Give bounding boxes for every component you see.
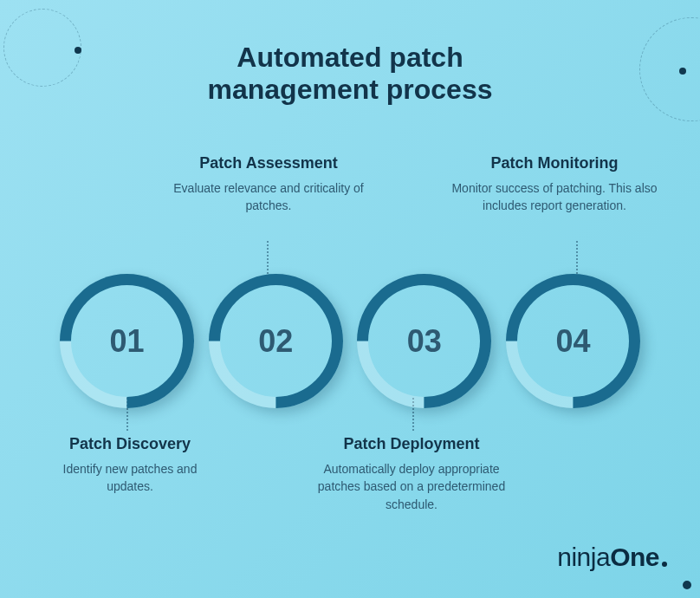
- step-desc: Identify new patches and updates.: [43, 460, 217, 496]
- title-line-1: Automated patch: [237, 42, 463, 73]
- connector: [576, 241, 578, 274]
- brand-logo: ninjaOne: [557, 543, 667, 572]
- logo-part-2: One: [610, 543, 659, 572]
- step-title: Patch Discovery: [43, 435, 217, 453]
- logo-dot-icon: [662, 562, 667, 567]
- step-label-4: Patch Monitoring Monitor success of patc…: [450, 154, 658, 215]
- step-number: 04: [506, 274, 640, 408]
- step-ring-4: 04: [506, 274, 640, 408]
- title-line-2: management process: [207, 74, 492, 105]
- step-label-1: Patch Discovery Identify new patches and…: [43, 435, 217, 496]
- step-desc: Monitor success of patching. This also i…: [450, 179, 658, 215]
- step-number: 02: [209, 274, 343, 408]
- step-label-3: Patch Deployment Automatically deploy ap…: [312, 435, 511, 513]
- diagram-title: Automated patch management process: [0, 42, 700, 106]
- step-title: Patch Monitoring: [450, 154, 658, 172]
- step-title: Patch Assessment: [173, 154, 364, 172]
- step-desc: Automatically deploy appropriate patches…: [312, 460, 511, 513]
- step-label-2: Patch Assessment Evaluate relevance and …: [173, 154, 364, 215]
- logo-part-1: ninja: [557, 543, 610, 572]
- step-number: 03: [357, 274, 491, 408]
- step-number: 01: [60, 274, 194, 408]
- step-ring-1: 01: [60, 274, 194, 408]
- step-title: Patch Deployment: [312, 435, 511, 453]
- ring-row: 01 02 03 04: [60, 274, 640, 404]
- step-ring-3: 03: [357, 274, 491, 408]
- step-desc: Evaluate relevance and criticality of pa…: [173, 179, 364, 215]
- connector: [267, 241, 269, 274]
- step-ring-2: 02: [209, 274, 343, 408]
- deco-dot: [683, 581, 691, 589]
